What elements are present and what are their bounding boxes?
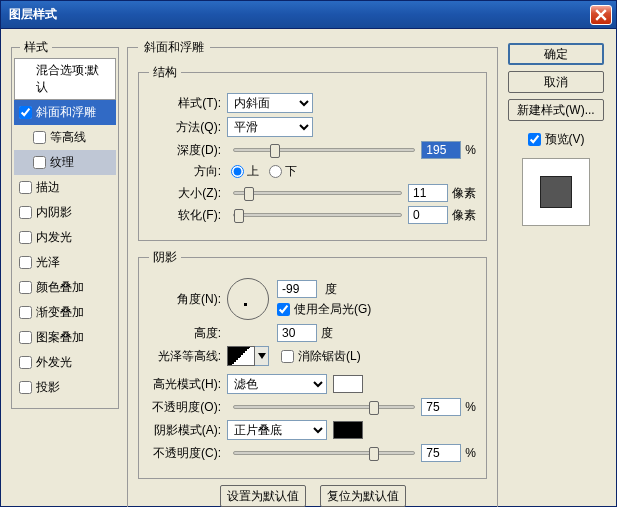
highlight-color-swatch[interactable] — [333, 375, 363, 393]
style-select[interactable]: 内斜面 — [227, 93, 313, 113]
preview-box — [522, 158, 590, 226]
angle-input[interactable] — [277, 280, 317, 298]
style-item-dropshadow[interactable]: 投影 — [14, 375, 116, 400]
altitude-label: 高度: — [149, 325, 227, 342]
style-check-texture[interactable] — [33, 156, 46, 169]
shadow-color-swatch[interactable] — [333, 421, 363, 439]
shadow-opacity-label: 不透明度(C): — [149, 445, 227, 462]
angle-dot-icon — [244, 303, 247, 306]
preview-check[interactable] — [528, 133, 541, 146]
structure-group: 结构 样式(T): 内斜面 方法(Q): 平滑 深度(D): % — [138, 64, 487, 241]
altitude-input[interactable] — [277, 324, 317, 342]
shadow-opacity-slider[interactable] — [233, 451, 415, 455]
style-check-coloroverlay[interactable] — [19, 281, 32, 294]
depth-thumb[interactable] — [270, 144, 280, 158]
cancel-button[interactable]: 取消 — [508, 71, 604, 93]
bevel-group-legend: 斜面和浮雕 — [138, 39, 210, 56]
titlebar: 图层样式 — [1, 1, 616, 29]
style-item-stroke[interactable]: 描边 — [14, 175, 116, 200]
new-style-button[interactable]: 新建样式(W)... — [508, 99, 604, 121]
technique-label: 方法(Q): — [149, 119, 227, 136]
size-label: 大小(Z): — [149, 185, 227, 202]
close-button[interactable] — [590, 5, 612, 25]
direction-up[interactable]: 上 — [231, 163, 259, 180]
highlight-opacity-input[interactable] — [421, 398, 461, 416]
size-slider[interactable] — [233, 191, 402, 195]
style-check-contour[interactable] — [33, 131, 46, 144]
preview-label: 预览(V) — [545, 131, 585, 148]
left-column: 样式 混合选项:默认 斜面和浮雕 等高线 纹理 — [11, 39, 119, 496]
shading-legend: 阴影 — [149, 249, 181, 266]
style-check-outerglow[interactable] — [19, 356, 32, 369]
layer-style-dialog: 图层样式 样式 混合选项:默认 斜面和浮雕 等高线 — [0, 0, 617, 507]
shadow-opacity-thumb[interactable] — [369, 447, 379, 461]
technique-select[interactable]: 平滑 — [227, 117, 313, 137]
shadow-opacity-unit: % — [465, 446, 476, 460]
ok-button[interactable]: 确定 — [508, 43, 604, 65]
soften-input[interactable] — [408, 206, 448, 224]
style-item-contour[interactable]: 等高线 — [14, 125, 116, 150]
style-check-stroke[interactable] — [19, 181, 32, 194]
close-icon — [595, 9, 607, 21]
radio-down[interactable] — [269, 165, 282, 178]
style-item-satin[interactable]: 光泽 — [14, 250, 116, 275]
right-column: 确定 取消 新建样式(W)... 预览(V) — [506, 39, 606, 496]
style-item-texture[interactable]: 纹理 — [14, 150, 116, 175]
size-thumb[interactable] — [244, 187, 254, 201]
style-item-innershadow[interactable]: 内阴影 — [14, 200, 116, 225]
blending-options-header[interactable]: 混合选项:默认 — [14, 58, 116, 100]
shading-group: 阴影 角度(N): 度 — [138, 249, 487, 479]
styles-fieldset: 样式 混合选项:默认 斜面和浮雕 等高线 纹理 — [11, 39, 119, 409]
style-check-dropshadow[interactable] — [19, 381, 32, 394]
style-check-bevel[interactable] — [19, 106, 32, 119]
style-item-bevel[interactable]: 斜面和浮雕 — [14, 100, 116, 125]
angle-dial[interactable] — [227, 278, 269, 320]
highlight-opacity-unit: % — [465, 400, 476, 414]
soften-label: 软化(F): — [149, 207, 227, 224]
structure-legend: 结构 — [149, 64, 181, 81]
window-title: 图层样式 — [9, 6, 57, 23]
radio-up[interactable] — [231, 165, 244, 178]
highlight-mode-select[interactable]: 滤色 — [227, 374, 327, 394]
size-input[interactable] — [408, 184, 448, 202]
style-item-coloroverlay[interactable]: 颜色叠加 — [14, 275, 116, 300]
shadow-mode-select[interactable]: 正片叠底 — [227, 420, 327, 440]
content: 样式 混合选项:默认 斜面和浮雕 等高线 纹理 — [1, 29, 616, 506]
gloss-contour-dropdown[interactable] — [255, 346, 269, 366]
style-item-gradientoverlay[interactable]: 渐变叠加 — [14, 300, 116, 325]
gloss-contour-swatch[interactable] — [227, 346, 255, 366]
depth-unit: % — [465, 143, 476, 157]
gloss-contour-label: 光泽等高线: — [149, 348, 227, 365]
global-light-check[interactable] — [277, 303, 290, 316]
soften-unit: 像素 — [452, 207, 476, 224]
direction-down[interactable]: 下 — [269, 163, 297, 180]
depth-slider[interactable] — [233, 148, 415, 152]
style-check-innerglow[interactable] — [19, 231, 32, 244]
bevel-group: 斜面和浮雕 结构 样式(T): 内斜面 方法(Q): 平滑 深度(D): — [127, 39, 498, 507]
highlight-opacity-thumb[interactable] — [369, 401, 379, 415]
make-default-button[interactable]: 设置为默认值 — [220, 485, 306, 507]
style-check-satin[interactable] — [19, 256, 32, 269]
depth-input[interactable] — [421, 141, 461, 159]
highlight-opacity-label: 不透明度(O): — [149, 399, 227, 416]
center-column: 斜面和浮雕 结构 样式(T): 内斜面 方法(Q): 平滑 深度(D): — [127, 39, 498, 496]
style-item-outerglow[interactable]: 外发光 — [14, 350, 116, 375]
style-check-gradientoverlay[interactable] — [19, 306, 32, 319]
antialias-check[interactable] — [281, 350, 294, 363]
soften-slider[interactable] — [233, 213, 402, 217]
antialias-label: 消除锯齿(L) — [298, 348, 361, 365]
shadow-opacity-input[interactable] — [421, 444, 461, 462]
reset-default-button[interactable]: 复位为默认值 — [320, 485, 406, 507]
soften-thumb[interactable] — [234, 209, 244, 223]
depth-label: 深度(D): — [149, 142, 227, 159]
style-check-innershadow[interactable] — [19, 206, 32, 219]
preview-swatch — [540, 176, 572, 208]
style-check-patternoverlay[interactable] — [19, 331, 32, 344]
style-item-patternoverlay[interactable]: 图案叠加 — [14, 325, 116, 350]
altitude-unit: 度 — [321, 325, 333, 342]
styles-legend: 样式 — [20, 39, 52, 56]
style-item-innerglow[interactable]: 内发光 — [14, 225, 116, 250]
highlight-mode-label: 高光模式(H): — [149, 376, 227, 393]
angle-unit: 度 — [325, 281, 337, 298]
highlight-opacity-slider[interactable] — [233, 405, 415, 409]
